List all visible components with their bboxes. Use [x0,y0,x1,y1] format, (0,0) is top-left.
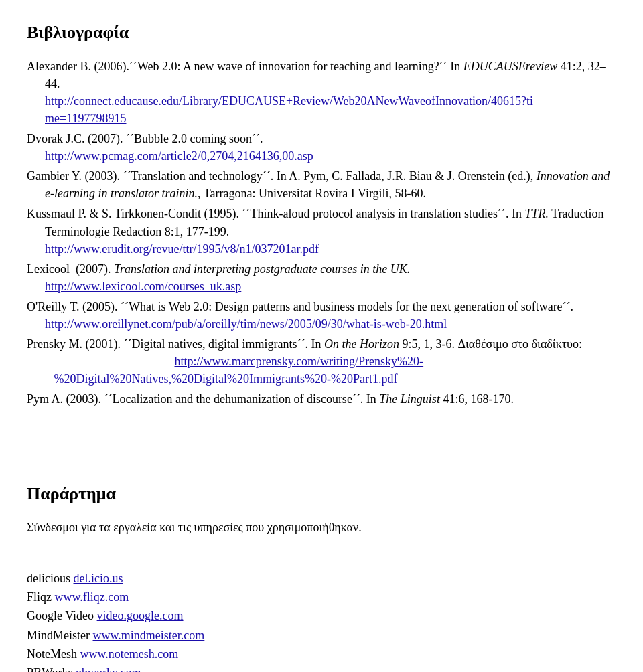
list-item: NoteMesh www.notemesh.com [27,645,616,663]
bib-alexander-text1: Alexander B. (2006).´´Web 2.0: A new wav… [27,60,606,90]
tool-name-delicious: delicious [27,572,74,585]
bib-lexicool-text: Lexicool (2007). Translation and interpr… [27,262,410,276]
bib-kussmaul-link[interactable]: http://www.erudit.org/revue/ttr/1995/v8/… [45,242,319,256]
bib-entry-pym: Pym A. (2003). ´´Localization and the de… [27,390,616,408]
bib-pym-text: Pym A. (2003). ´´Localization and the de… [27,392,514,406]
appendix-section: Παράρτημα Σύνδεσμοι για τα εργαλεία και … [27,481,616,672]
spacer3 [27,550,616,563]
list-item: Fliqz www.fliqz.com [27,588,616,606]
bib-entry-lexicool: Lexicool (2007). Translation and interpr… [27,260,616,295]
tool-link-googlevideo[interactable]: video.google.com [97,609,184,622]
bib-oreilly-link[interactable]: http://www.oreillynet.com/pub/a/oreilly/… [45,317,447,331]
tool-name-fliqz: Fliqz [27,590,55,604]
spacer [27,428,616,441]
tool-link-fliqz[interactable]: www.fliqz.com [55,590,129,604]
appendix-title: Παράρτημα [27,481,616,507]
bib-dvorak-text: Dvorak J.C. (2007). ´´Bubble 2.0 coming … [27,132,263,145]
bib-entry-kussmaul: Kussmaul P. & S. Tirkkonen-Condit (1995)… [27,205,616,257]
tool-name-notemesh: NoteMesh [27,647,80,661]
tools-list: delicious del.icio.us Fliqz www.fliqz.co… [27,570,616,672]
bib-prensky-link[interactable]: http://www.marcprensky.com/writing/Prens… [45,355,423,386]
appendix-subtitle: Σύνδεσμοι για τα εργαλεία και τις υπηρεσ… [27,519,616,536]
tool-link-pbworks[interactable]: pbworks.com [76,666,141,672]
bib-entry-dvorak: Dvorak J.C. (2007). ´´Bubble 2.0 coming … [27,130,616,165]
bib-kussmaul-text1: Kussmaul P. & S. Tirkkonen-Condit (1995)… [27,207,604,238]
list-item: delicious del.icio.us [27,570,616,587]
bib-entry-prensky: Prensky M. (2001). ´´Digital natives, di… [27,335,616,388]
bib-dvorak-link[interactable]: http://www.pcmag.com/article2/0,2704,216… [45,149,313,163]
list-item: PBWorks pbworks.com [27,664,616,672]
tool-link-mindmeister[interactable]: www.mindmeister.com [93,628,205,642]
bibliography-title: Βιβλιογραφία [27,20,616,46]
tool-name-pbworks: PBWorks [27,666,76,672]
tool-name-mindmeister: MindMeister [27,628,93,642]
bib-oreilly-text: O'Reilly T. (2005). ´´What is Web 2.0: D… [27,300,573,331]
bib-entry-alexander: Alexander B. (2006).´´Web 2.0: A new wav… [27,58,616,127]
bib-lexicool-link[interactable]: http://www.lexicool.com/courses_uk.asp [45,280,241,293]
tool-link-delicious[interactable]: del.icio.us [74,572,123,585]
bibliography-section: Βιβλιογραφία Alexander B. (2006).´´Web 2… [27,20,616,408]
list-item: Google Video video.google.com [27,607,616,624]
tool-link-notemesh[interactable]: www.notemesh.com [80,647,179,661]
bib-entry-gambier: Gambier Y. (2003). ´´Translation and tec… [27,167,616,202]
list-item: MindMeister www.mindmeister.com [27,626,616,644]
spacer2 [27,441,616,454]
bib-entry-oreilly: O'Reilly T. (2005). ´´What is Web 2.0: D… [27,298,616,333]
bib-gambier-text: Gambier Y. (2003). ´´Translation and tec… [27,169,610,200]
bib-alexander-link[interactable]: http://connect.educause.edu/Library/EDUC… [45,94,533,125]
bib-prensky-text: Prensky M. (2001). ´´Digital natives, di… [27,337,582,386]
tool-name-googlevideo: Google Video [27,609,97,622]
